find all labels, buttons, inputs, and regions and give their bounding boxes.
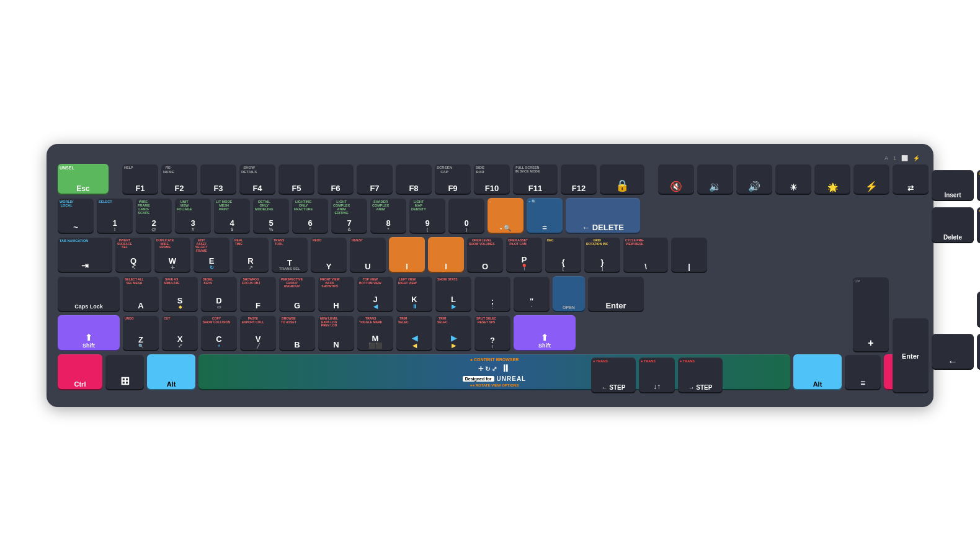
key-6[interactable]: LIGHTINGONLYFRACTURE 6^ [292,198,328,234]
key-7[interactable]: LIGHTCOMPLEXANIMEDITING 7& [331,198,367,234]
key-1[interactable]: SELECT 1! [97,198,133,234]
key-a[interactable]: SELECT ALLSEL MESH A [123,276,159,312]
key-pipe[interactable]: | [671,237,707,273]
key-f1[interactable]: HELP F1 [122,164,158,195]
key-vol-down[interactable]: 🔉 [697,164,733,195]
key-end[interactable]: SNAP ↘ End [977,207,980,243]
key-arrow-down[interactable]: ↓ [977,334,980,370]
key-home[interactable]: RESET ↙ Home [977,170,980,201]
key-f2[interactable]: RE-NAME F2 [161,164,197,195]
key-g[interactable]: PERSPECTIVEGROUPUNGROUP G [279,276,315,312]
key-del[interactable]: Delete [932,207,974,243]
key-bracket-r[interactable]: GRIDROTATION INC }] [584,237,620,273]
key-num-enter-tall[interactable]: Enter [893,318,929,393]
key-v[interactable]: PASTEEXPORT COLL V╱ [240,315,276,351]
key-f10[interactable]: SIDEBAR F10 [474,164,510,195]
key-j[interactable]: TOP VIEWBOTTOM VIEW J◀ [357,276,393,312]
key-open[interactable]: OPEN [553,276,585,312]
key-f7[interactable]: F7 [357,164,393,195]
key-y[interactable]: REDO Y [311,237,347,273]
key-3[interactable]: UNITVIEWFOLIAGE 3# [175,198,211,234]
key-usb[interactable]: ⇄ [893,164,929,195]
key-o[interactable]: OPEN LEVELSHOW VOLUMES O [467,237,503,273]
key-t[interactable]: TRANSTOOL T TRANS SEL [272,237,308,273]
key-f12[interactable]: F12 [561,164,597,195]
key-ctrl-left[interactable]: Ctrl [58,354,102,390]
key-bracket-l[interactable]: DEC {[ [545,237,581,273]
key-e[interactable]: EDITASSETSELECTFRAME E↻ [194,237,229,273]
key-trans-right[interactable]: ● TRANS → STEP [678,357,723,393]
key-enter[interactable]: Enter [588,276,644,312]
key-lock[interactable]: 🔒 [600,164,644,195]
key-w[interactable]: DUPLICATEWIRE-FRAME W✛ [154,237,190,273]
key-l[interactable]: SHOW STATS L▶ [435,276,471,312]
key-b[interactable]: BROWSETO ASSET B [279,315,315,351]
key-vol-up[interactable]: 🔊 [736,164,772,195]
key-comma[interactable]: TRIMSELEC ◀ ◀ [396,315,432,351]
key-5[interactable]: DETAILONLYMODELING 5% [253,198,289,234]
key-4[interactable]: LIT MODEMESHPAINT 4$ [214,198,250,234]
key-arrow-left[interactable]: ← [932,334,974,370]
key-n[interactable]: NEW LEVELEXPA LODPREV LOD N [318,315,354,351]
key-shift-left[interactable]: ⬆ Shift [58,315,120,351]
key-f4[interactable]: SHOWDETAILS F4 [239,164,275,195]
key-insert[interactable]: Insert [932,170,974,201]
bottom-row: Ctrl ⊞ Alt ● CONTENT BROWSER ✛ ↻ ⤢ [58,354,929,390]
key-z[interactable]: UNDO Z🔍 [123,315,159,351]
key-f[interactable]: SHOWFOGFOCUS OBJ F [240,276,276,312]
key-mute[interactable]: 🔇 [658,164,694,195]
key-slash[interactable]: SPLIT SELECRESET SPS ?/ [474,315,510,351]
key-esc[interactable]: UNSEL Esc [58,164,109,195]
key-f9[interactable]: SCREENCAP F9 [435,164,471,195]
key-s[interactable]: SAVE ASSIMULATE S ◆ [162,276,198,312]
key-f6[interactable]: F6 [318,164,354,195]
key-f11[interactable]: FULL SCREENIM.SVCE MODE F11 [513,164,558,195]
key-i[interactable]: I [389,237,425,273]
caps-row: Caps Lock SELECT ALLSEL MESH A SAVE ASSI… [58,276,929,312]
key-brightness-up[interactable]: 🌟 [814,164,850,195]
key-0[interactable]: 0) [448,198,484,234]
key-shift-right[interactable]: ⬆ Shift [514,315,576,351]
key-alt-left[interactable]: Alt [147,354,195,390]
key-tab[interactable]: TAB NAVIGATION ⇥ [58,237,112,273]
key-x[interactable]: CUT X⤢ [162,315,198,351]
key-q[interactable]: INVERTSURFACESEL Q↖ [115,237,151,273]
key-alt-right[interactable]: Alt [793,354,842,390]
key-win[interactable]: ⊞ [105,354,144,390]
key-f3[interactable]: F3 [200,164,236,195]
key-equals[interactable]: = 🔍 = [527,198,563,234]
key-num-plus[interactable]: UP + [853,277,889,352]
key-trans-left[interactable]: ● TRANS ← STEP [591,357,636,393]
key-9[interactable]: LIGHTMAPDENSITY 9( [409,198,445,234]
key-d[interactable]: DESELKEYS D ▭ [201,276,237,312]
status-battery: ⬜ [901,155,908,161]
key-c[interactable]: COPYSHOW COLLISION C+ [201,315,237,351]
key-k[interactable]: LEFT VIEWRIGHT VIEW K⏸ [396,276,432,312]
key-delete[interactable]: ← DELETE [566,198,640,234]
key-h[interactable]: FRONT VIEWBACKSHOWTIPS H [318,276,354,312]
key-backslash[interactable]: CYCLE PRE-VIEW MESH \ [623,237,668,273]
key-minus[interactable]: - - 🔍 [488,198,523,234]
key-f5[interactable]: F5 [278,164,314,195]
key-2[interactable]: WIRE-FRAMELAND-SCAPE 2@ [136,198,172,234]
key-m[interactable]: TRANSTOGGLE MARK M⬛⬛ [357,315,393,351]
key-r[interactable]: REALTIME R↗ [233,237,269,273]
key-period[interactable]: TRIMSELEC ▶ ▶ [435,315,471,351]
key-8[interactable]: SHADERCOMPLEXANIM 8* [370,198,406,234]
key-tilde[interactable]: WORLD/LOCAL ~ [58,198,94,234]
nav-row-4: ↑ ▶▶ 1End ↓ 2 3PgDn [932,292,980,328]
key-arrow-up[interactable]: ↑ [977,292,980,328]
main-keyboard-area: UNSEL Esc HELP F1 RE-NAME F2 [58,164,922,393]
status-row: A 1 ⬜ ⚡ [58,155,922,161]
key-i2[interactable]: I [428,237,464,273]
key-f8[interactable]: F8 [396,164,432,195]
key-quote[interactable]: "' [514,276,550,312]
key-p[interactable]: OPEN ASSETPILOT CAM P📍 [506,237,542,273]
key-brightness-down[interactable]: ☀ [775,164,811,195]
key-bluetooth[interactable]: ⚡ [853,164,889,195]
key-u[interactable]: INVEST U [350,237,386,273]
key-semicolon[interactable]: ;: [474,276,510,312]
key-trans-down-up[interactable]: ● TRANS ↓↑ [639,357,675,393]
key-menu[interactable]: ≡ [845,354,881,390]
key-caps-lock[interactable]: Caps Lock [58,276,120,312]
